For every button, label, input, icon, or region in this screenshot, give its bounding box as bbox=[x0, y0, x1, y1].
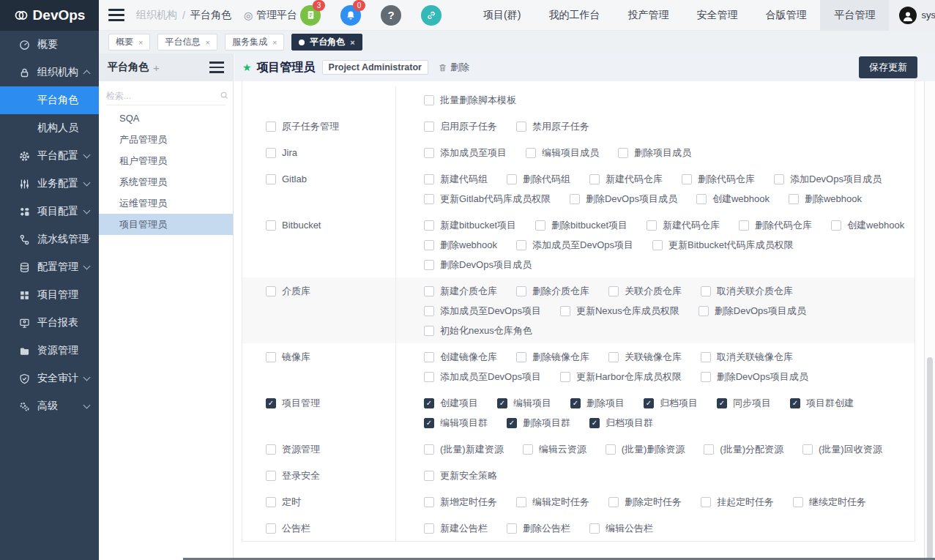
sidebar-item[interactable]: 配置管理 bbox=[0, 253, 99, 281]
permission-checkbox[interactable] bbox=[831, 220, 841, 231]
permission-checkbox[interactable] bbox=[516, 497, 526, 507]
top-nav-item[interactable]: 合版管理 bbox=[751, 0, 820, 31]
permission-checkbox[interactable] bbox=[424, 194, 434, 204]
top-nav-item[interactable]: 我的工作台 bbox=[534, 0, 614, 31]
permission-checkbox[interactable] bbox=[424, 444, 434, 455]
permission-checkbox[interactable]: ✓ bbox=[424, 398, 434, 408]
permission-checkbox[interactable] bbox=[774, 174, 784, 184]
role-search-input[interactable] bbox=[106, 91, 220, 101]
permission-checkbox[interactable] bbox=[560, 306, 570, 316]
permission-checkbox[interactable] bbox=[424, 220, 434, 231]
links-button[interactable] bbox=[421, 5, 442, 26]
category-checkbox[interactable] bbox=[266, 174, 276, 184]
permission-checkbox[interactable] bbox=[682, 174, 692, 184]
permission-checkbox[interactable] bbox=[535, 220, 545, 231]
category-checkbox[interactable] bbox=[266, 444, 276, 455]
permission-checkbox[interactable] bbox=[701, 352, 711, 362]
permission-checkbox[interactable] bbox=[424, 523, 434, 534]
permission-checkbox[interactable]: ✓ bbox=[424, 418, 434, 428]
permission-checkbox[interactable] bbox=[696, 194, 707, 204]
sidebar-subitem[interactable]: 平台角色 bbox=[0, 86, 99, 114]
permission-checkbox[interactable]: ✓ bbox=[589, 418, 600, 428]
role-list-item[interactable]: 项目管理员 bbox=[99, 214, 233, 235]
permission-checkbox[interactable]: ✓ bbox=[497, 398, 507, 408]
permission-checkbox[interactable] bbox=[618, 148, 628, 158]
vertical-scrollbar-track[interactable] bbox=[924, 81, 935, 560]
permission-checkbox[interactable] bbox=[424, 286, 434, 296]
document-button[interactable]: 3 bbox=[300, 5, 321, 26]
permission-checkbox[interactable] bbox=[652, 240, 663, 250]
permission-checkbox[interactable] bbox=[606, 444, 616, 455]
permission-checkbox[interactable] bbox=[424, 471, 434, 481]
permission-checkbox[interactable] bbox=[424, 326, 434, 336]
permission-checkbox[interactable] bbox=[424, 497, 434, 507]
permission-checkbox[interactable] bbox=[523, 444, 533, 455]
tab-item[interactable]: 平台信息× bbox=[157, 34, 217, 51]
top-nav-item[interactable]: 安全管理 bbox=[682, 0, 751, 31]
sidebar-item[interactable]: 项目管理 bbox=[0, 281, 99, 309]
add-role-button[interactable]: + bbox=[153, 61, 160, 74]
top-nav-item[interactable]: 平台管理 bbox=[820, 0, 889, 31]
category-checkbox[interactable] bbox=[266, 122, 276, 132]
permission-checkbox[interactable] bbox=[739, 220, 749, 231]
category-checkbox[interactable]: ✓ bbox=[266, 398, 276, 408]
category-checkbox[interactable] bbox=[266, 148, 276, 158]
permission-checkbox[interactable] bbox=[516, 286, 526, 296]
permission-checkbox[interactable]: ✓ bbox=[790, 398, 800, 408]
permission-checkbox[interactable]: ✓ bbox=[717, 398, 727, 408]
permission-checkbox[interactable] bbox=[589, 523, 600, 534]
sidebar-item[interactable]: 流水线管理 bbox=[0, 225, 99, 253]
sidebar-item[interactable]: 项目配置 bbox=[0, 198, 99, 225]
tab-close-icon[interactable]: × bbox=[272, 38, 277, 47]
sidebar-item[interactable]: 概要 bbox=[0, 31, 99, 59]
sidebar-subitem[interactable]: 机构人员 bbox=[0, 114, 99, 142]
permission-checkbox[interactable] bbox=[516, 352, 526, 362]
sidebar-item[interactable]: 平台配置 bbox=[0, 142, 99, 170]
permission-checkbox[interactable] bbox=[793, 497, 803, 507]
role-list-item[interactable]: 系统管理员 bbox=[99, 171, 233, 193]
permission-checkbox[interactable] bbox=[424, 352, 434, 362]
permission-checkbox[interactable] bbox=[701, 372, 711, 382]
sidebar-item[interactable]: 组织机构 bbox=[0, 59, 99, 86]
permission-checkbox[interactable] bbox=[608, 352, 619, 362]
permission-checkbox[interactable] bbox=[704, 444, 714, 455]
permission-checkbox[interactable] bbox=[701, 286, 711, 296]
tab-item[interactable]: 服务集成× bbox=[225, 34, 284, 51]
manage-platform-switch[interactable]: ◎ 管理平台 bbox=[244, 9, 297, 22]
role-panel-menu-icon[interactable] bbox=[209, 61, 224, 73]
permission-checkbox[interactable]: ✓ bbox=[644, 398, 654, 408]
delete-role-button[interactable]: 删除 bbox=[438, 61, 469, 74]
permission-checkbox[interactable] bbox=[802, 444, 813, 455]
breadcrumb-parent[interactable]: 组织机构 bbox=[136, 9, 177, 22]
permission-checkbox[interactable] bbox=[560, 372, 570, 382]
permission-checkbox[interactable] bbox=[789, 194, 799, 204]
permission-checkbox[interactable] bbox=[424, 372, 434, 382]
permission-checkbox[interactable]: ✓ bbox=[507, 418, 517, 428]
permission-checkbox[interactable] bbox=[570, 194, 580, 204]
permission-checkbox[interactable] bbox=[424, 306, 434, 316]
permission-checkbox[interactable] bbox=[516, 122, 526, 132]
permission-checkbox[interactable] bbox=[424, 174, 434, 184]
permission-checkbox[interactable] bbox=[608, 497, 619, 507]
tab-item[interactable]: 概要× bbox=[108, 34, 150, 51]
role-list-item[interactable]: SQA bbox=[99, 108, 233, 129]
sidebar-item[interactable]: 高级 bbox=[0, 392, 99, 420]
permission-checkbox[interactable] bbox=[424, 95, 434, 105]
collapse-menu-icon[interactable] bbox=[108, 9, 124, 21]
sidebar-item[interactable]: 资源管理 bbox=[0, 337, 99, 365]
top-nav-item[interactable]: 投产管理 bbox=[614, 0, 682, 31]
permission-checkbox[interactable] bbox=[526, 148, 536, 158]
permission-checkbox[interactable] bbox=[424, 148, 434, 158]
category-checkbox[interactable] bbox=[266, 352, 276, 362]
permission-checkbox[interactable] bbox=[589, 174, 600, 184]
vertical-scrollbar-thumb[interactable] bbox=[927, 357, 933, 560]
permission-checkbox[interactable]: ✓ bbox=[570, 398, 581, 408]
top-nav-item[interactable]: 项目(群) bbox=[469, 0, 534, 31]
category-checkbox[interactable] bbox=[266, 523, 276, 534]
sidebar-item[interactable]: 业务配置 bbox=[0, 170, 99, 198]
permission-checkbox[interactable] bbox=[507, 523, 517, 534]
user-menu[interactable]: sysadmin ▼ bbox=[889, 0, 935, 31]
tab-close-icon[interactable]: × bbox=[138, 38, 143, 47]
category-checkbox[interactable] bbox=[266, 497, 276, 507]
help-button[interactable]: ? bbox=[381, 5, 401, 26]
